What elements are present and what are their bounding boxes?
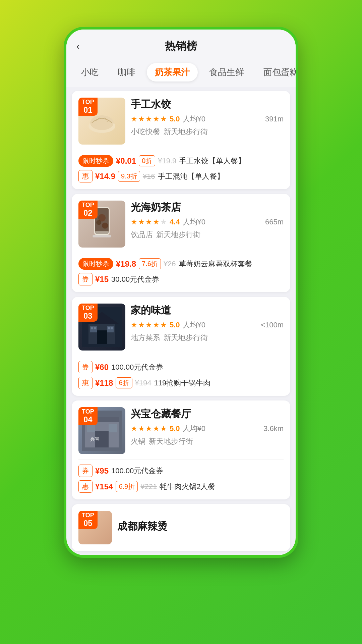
deal-price-old-3-2: ¥194 — [135, 379, 152, 387]
coupon-badge-3-1: 券 — [78, 361, 93, 373]
deal-price-4-2: ¥154 — [95, 482, 113, 491]
restaurant-rating-2: ★ ★ ★ ★ ★ 4.4 人均¥0 665m — [131, 217, 284, 227]
deals-3: 券 ¥60 100.00元代金券 惠 ¥118 6折 ¥194 119抢购干锅牛… — [78, 356, 284, 389]
deal-desc-4-2: 牦牛肉火锅2人餐 — [160, 482, 215, 492]
star-2-4: ★ — [153, 218, 160, 226]
deal-price-old-1: ¥19.9 — [158, 157, 176, 165]
distance-2: 665m — [265, 218, 284, 226]
deal-desc-3-2: 119抢购干锅牛肉 — [154, 378, 210, 388]
star-5: ★ — [160, 115, 167, 123]
deal-desc-3-1: 100.00元代金券 — [111, 362, 163, 372]
restaurant-card-3[interactable]: TOP 03 家的味道 ★ ★ ★ ★ ★ 5.0 — [72, 297, 290, 396]
deals-4: 券 ¥95 100.00元代金券 惠 ¥154 6.9折 ¥221 牦牛肉火锅2… — [78, 460, 284, 493]
deal-row-3-2: 惠 ¥118 6折 ¥194 119抢购干锅牛肉 — [78, 377, 284, 389]
star-2: ★ — [138, 115, 145, 123]
restaurant-card-2[interactable]: TOP 02 光海奶茶店 ★ ★ ★ ★ ★ 4.4 — [72, 194, 290, 292]
deal-discount-4-2: 6.9折 — [116, 481, 138, 492]
deal-row-3-1: 券 ¥60 100.00元代金券 — [78, 361, 284, 373]
coupon-badge-4-1: 券 — [78, 465, 93, 477]
deal-price-coupon-2: ¥15 — [95, 275, 109, 284]
category-tabs: 小吃 咖啡 奶茶果汁 食品生鲜 面包蛋糕甜 — [66, 60, 296, 87]
deal-desc-coupon-1: 手工混沌【单人餐】 — [158, 171, 224, 181]
deal-discount-3-2: 6折 — [116, 377, 132, 388]
coupon-badge-2: 券 — [78, 273, 93, 285]
top-badge-5: TOP 05 — [78, 511, 98, 529]
svg-rect-8 — [93, 235, 111, 237]
top-badge-2: TOP 02 — [78, 201, 98, 219]
svg-rect-24 — [109, 424, 117, 432]
svg-rect-15 — [91, 327, 93, 329]
restaurant-info-1: 手工水饺 ★ ★ ★ ★ ★ 5.0 人均¥0 391m — [131, 98, 284, 137]
restaurant-info-4: 兴宝仓藏餐厅 ★ ★ ★ ★ ★ 5.0 人均¥0 3.6km — [131, 407, 284, 446]
deal-row-1-1: 限时秒杀 ¥0.01 0折 ¥19.9 手工水饺【单人餐】 — [78, 155, 284, 167]
deal-price-old-2: ¥26 — [164, 260, 176, 268]
deals-2: 限时秒杀 ¥19.8 7.6折 ¥26 草莓奶云麻薯双杯套餐 券 ¥15 30.… — [78, 253, 284, 285]
deal-price-3-2: ¥118 — [95, 378, 113, 388]
restaurant-image-wrap-3: TOP 03 — [78, 304, 125, 351]
header: ‹ 热销榜 — [66, 30, 296, 60]
star-2-1: ★ — [131, 218, 137, 226]
deal-discount-1: 0折 — [139, 155, 155, 166]
restaurant-rating-4: ★ ★ ★ ★ ★ 5.0 人均¥0 3.6km — [131, 424, 284, 434]
tab-bread[interactable]: 面包蛋糕甜 — [255, 63, 296, 82]
deal-price-new-1: ¥0.01 — [116, 156, 136, 166]
restaurant-card-5-partial[interactable]: TOP 05 成都麻辣烫 — [72, 504, 290, 551]
deals-1: 限时秒杀 ¥0.01 0折 ¥19.9 手工水饺【单人餐】 惠 ¥14.9 9.… — [78, 150, 284, 182]
tab-snack[interactable]: 小吃 — [73, 63, 107, 82]
star-4: ★ — [153, 115, 160, 123]
restaurant-image-wrap-1: TOP 01 — [78, 98, 125, 145]
svg-rect-16 — [94, 327, 96, 329]
restaurant-tags-4: 火锅 新天地步行街 — [131, 436, 284, 446]
coupon-badge-4-2: 惠 — [78, 480, 93, 493]
restaurant-tags-3: 地方菜系 新天地步行街 — [131, 333, 284, 343]
deal-price-4-1: ¥95 — [95, 466, 109, 476]
tab-coffee[interactable]: 咖啡 — [110, 63, 143, 82]
svg-rect-17 — [108, 327, 110, 329]
deal-desc-coupon-2: 30.00元代金券 — [111, 274, 159, 284]
per-person-4: 人均¥0 — [183, 424, 205, 434]
restaurant-image-wrap-4: 兴宝 TOP 04 — [78, 407, 125, 454]
per-person-2: 人均¥0 — [183, 217, 205, 227]
deal-discount-2: 7.6折 — [139, 258, 161, 269]
restaurant-card-4[interactable]: 兴宝 TOP 04 兴宝仓藏餐厅 ★ ★ ★ — [72, 400, 290, 499]
restaurant-image-wrap-5: TOP 05 — [78, 511, 112, 544]
star-3: ★ — [145, 115, 152, 123]
deal-price-old-4-2: ¥221 — [140, 482, 157, 491]
rating-score-3: 5.0 — [170, 321, 180, 329]
restaurant-name-4: 兴宝仓藏餐厅 — [131, 407, 284, 421]
coupon-badge-1: 惠 — [78, 170, 93, 182]
restaurant-name-1: 手工水饺 — [131, 98, 284, 111]
rating-score-4: 5.0 — [170, 424, 180, 433]
deal-price-new-2: ¥19.8 — [116, 259, 136, 269]
restaurant-name-3: 家的味道 — [131, 304, 284, 317]
restaurant-rating-1: ★ ★ ★ ★ ★ 5.0 人均¥0 391m — [131, 114, 284, 124]
per-person-1: 人均¥0 — [183, 114, 205, 124]
flash-badge-1: 限时秒杀 — [78, 155, 113, 167]
tab-food[interactable]: 食品生鲜 — [201, 63, 252, 82]
svg-point-5 — [96, 220, 101, 225]
star-1: ★ — [131, 115, 137, 123]
deal-desc-4-1: 100.00元代金券 — [111, 466, 163, 476]
deal-discount-coupon-1: 9.3折 — [118, 171, 140, 182]
svg-point-1 — [90, 115, 114, 130]
tab-tea[interactable]: 奶茶果汁 — [147, 63, 198, 82]
deal-row-2-1: 限时秒杀 ¥19.8 7.6折 ¥26 草莓奶云麻薯双杯套餐 — [78, 258, 284, 270]
star-2-5: ★ — [160, 218, 167, 226]
svg-rect-7 — [95, 231, 109, 235]
star-2-3: ★ — [145, 218, 152, 226]
flash-badge-2: 限时秒杀 — [78, 258, 113, 270]
page-title: 热销榜 — [165, 39, 197, 54]
deal-row-1-2: 惠 ¥14.9 9.3折 ¥16 手工混沌【单人餐】 — [78, 170, 284, 182]
distance-3: <100m — [261, 321, 284, 329]
restaurant-info-3: 家的味道 ★ ★ ★ ★ ★ 5.0 人均¥0 <100m — [131, 304, 284, 343]
restaurant-tags-1: 小吃快餐 新天地步行街 — [131, 127, 284, 137]
back-button[interactable]: ‹ — [76, 41, 79, 52]
restaurant-info-2: 光海奶茶店 ★ ★ ★ ★ ★ 4.4 人均¥0 665m — [131, 201, 284, 240]
distance-1: 391m — [265, 115, 284, 123]
svg-rect-18 — [111, 327, 113, 329]
deal-price-coupon-1: ¥14.9 — [95, 172, 115, 181]
svg-rect-12 — [97, 330, 107, 344]
restaurant-name-2: 光海奶茶店 — [131, 201, 284, 214]
top-badge-4: TOP 04 — [78, 407, 98, 425]
restaurant-card-1[interactable]: TOP 01 手工水饺 ★ ★ ★ ★ ★ 5.0 — [72, 91, 290, 189]
